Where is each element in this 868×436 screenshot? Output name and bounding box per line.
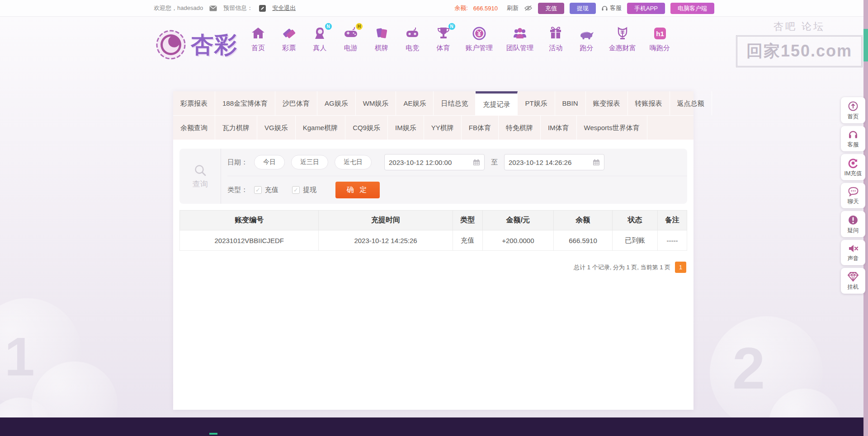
tab-vg[interactable]: VG娱乐 bbox=[257, 116, 296, 140]
trophy-icon: N bbox=[435, 25, 452, 42]
tab-wm[interactable]: WM娱乐 bbox=[356, 91, 396, 115]
nav-item-home[interactable]: 首页 bbox=[250, 25, 267, 52]
main-card: 彩票报表 188金宝博体育 沙巴体育 AG娱乐 WM娱乐 AE娱乐 日结总览 充… bbox=[173, 91, 693, 410]
search-icon bbox=[193, 164, 207, 177]
tab-im-sports[interactable]: IM体育 bbox=[541, 116, 577, 140]
nav-item-board[interactable]: 棋牌 bbox=[373, 25, 390, 52]
refresh-link[interactable]: 刷新 bbox=[507, 4, 519, 12]
page-root: 1 2 杏吧 论坛 回家150.com 欢迎您，hadesado 预留信息： 安… bbox=[0, 0, 868, 436]
quick-7days-button[interactable]: 近七日 bbox=[335, 155, 372, 169]
pc-client-button[interactable]: 电脑客户端 bbox=[670, 3, 714, 14]
tab-yy-qipai[interactable]: YY棋牌 bbox=[424, 116, 462, 140]
pagination: 总计 1 个记录, 分为 1 页, 当前第 1 页 1 bbox=[173, 262, 686, 273]
cell-balance: 666.5910 bbox=[553, 230, 612, 251]
quick-today-button[interactable]: 今日 bbox=[254, 155, 285, 169]
ticket-icon bbox=[280, 25, 297, 42]
tab-im-yule[interactable]: IM娱乐 bbox=[388, 116, 424, 140]
filter-panel: 查询 日期： 今日 近三日 近七日 2023-10-12 12:00:00 至 … bbox=[179, 149, 687, 204]
tab-bbin[interactable]: BBIN bbox=[555, 91, 586, 115]
tab-pt[interactable]: PT娱乐 bbox=[518, 91, 555, 115]
welcome-text: 欢迎您，hadesado bbox=[154, 4, 203, 12]
checkbox-icon: ✓ bbox=[254, 186, 262, 194]
footer bbox=[0, 417, 868, 436]
nav-item-team[interactable]: 团队管理 bbox=[506, 25, 533, 52]
live-dealer-icon: N bbox=[311, 25, 329, 42]
deposit-button[interactable]: 充值 bbox=[538, 3, 564, 14]
tab-fb-sports[interactable]: FB体育 bbox=[462, 116, 499, 140]
tab-zhangbian-baobiao[interactable]: 账变报表 bbox=[586, 91, 628, 115]
date-from-input[interactable]: 2023-10-12 12:00:00 bbox=[384, 154, 485, 170]
deposit-checkbox[interactable]: ✓ 充值 bbox=[254, 186, 278, 194]
tab-wesports[interactable]: Wesports世界体育 bbox=[577, 116, 647, 140]
nav-item-esports[interactable]: 电竞 bbox=[404, 25, 421, 52]
withdraw-checkbox[interactable]: ✓ 提现 bbox=[292, 186, 316, 194]
badge-n: N bbox=[448, 23, 455, 30]
svg-text:h1: h1 bbox=[656, 30, 664, 38]
nav-item-hi-paofen[interactable]: h1 嗨跑分 bbox=[650, 25, 670, 52]
side-item-sound[interactable]: 声音 bbox=[841, 240, 865, 265]
tab-shaba-sports[interactable]: 沙巴体育 bbox=[275, 91, 317, 115]
tab-zhuanzhang-baobiao[interactable]: 转账报表 bbox=[628, 91, 670, 115]
records-table: 账变编号 充提时间 类型 金额/元 余额 状态 备注 20231012VBBII… bbox=[179, 210, 687, 251]
tab-temian-qipai[interactable]: 特免棋牌 bbox=[499, 116, 541, 140]
logout-link[interactable]: 安全退出 bbox=[272, 4, 296, 12]
side-item-idle[interactable]: 挂机 bbox=[841, 268, 865, 294]
coin-icon bbox=[471, 25, 488, 42]
edit-pencil-icon[interactable] bbox=[259, 5, 266, 12]
side-item-home[interactable]: 首页 bbox=[841, 97, 865, 123]
watermark-title: 杏吧 论坛 bbox=[736, 20, 863, 33]
tab-chongti-jilu-active[interactable]: 充提记录 bbox=[476, 91, 518, 115]
decor-number: 2 bbox=[732, 334, 765, 402]
message-icon[interactable] bbox=[209, 5, 217, 11]
gem-icon bbox=[847, 272, 859, 282]
withdraw-button[interactable]: 提现 bbox=[570, 3, 596, 14]
watermark-url: 回家150.com bbox=[736, 35, 863, 67]
main-nav: 首页 彩票 N 真人 bbox=[250, 25, 670, 52]
col-change-id: 账变编号 bbox=[180, 211, 319, 230]
date-from-value: 2023-10-12 12:00:00 bbox=[389, 159, 452, 166]
sound-muted-icon bbox=[848, 244, 859, 253]
wealth-emblem-icon bbox=[614, 25, 631, 42]
chat-bubble-icon bbox=[848, 187, 859, 197]
quick-3days-button[interactable]: 近三日 bbox=[291, 155, 328, 169]
eye-slash-icon[interactable] bbox=[524, 5, 533, 11]
col-type: 类型 bbox=[453, 211, 482, 230]
date-to-input[interactable]: 2023-10-12 14:26:26 bbox=[504, 154, 604, 170]
nav-item-sports[interactable]: N 体育 bbox=[435, 25, 452, 52]
nav-item-lottery[interactable]: 彩票 bbox=[280, 25, 297, 52]
nav-item-egame[interactable]: H 电游 bbox=[342, 25, 359, 52]
tab-188-sports[interactable]: 188金宝博体育 bbox=[215, 91, 275, 115]
tab-cq9[interactable]: CQ9娱乐 bbox=[345, 116, 388, 140]
nav-item-live[interactable]: N 真人 bbox=[311, 25, 329, 52]
brand-name: 杏彩 bbox=[191, 30, 238, 60]
date-to-value: 2023-10-12 14:26:26 bbox=[509, 159, 571, 166]
page-1-button[interactable]: 1 bbox=[675, 262, 686, 273]
balance-value: 666.5910 bbox=[473, 5, 498, 12]
decor-number: 1 bbox=[5, 325, 35, 388]
col-amount: 金额/元 bbox=[482, 211, 553, 230]
nav-item-wealth[interactable]: 金惠财富 bbox=[609, 25, 636, 52]
mobile-app-button[interactable]: 手机APP bbox=[627, 3, 665, 14]
brand-logo[interactable]: 杏彩 bbox=[155, 28, 238, 61]
tab-kgame[interactable]: Kgame棋牌 bbox=[296, 116, 346, 140]
tab-rijie-zonglan[interactable]: 日结总览 bbox=[434, 91, 476, 115]
esports-gamepad-icon bbox=[404, 25, 421, 42]
tab-yue-chaxun[interactable]: 余额查询 bbox=[173, 116, 215, 140]
arrow-up-circle-icon bbox=[848, 101, 859, 112]
side-item-service[interactable]: 客服 bbox=[841, 126, 865, 151]
date-label: 日期： bbox=[227, 158, 248, 167]
tab-caipiao-baobiao[interactable]: 彩票报表 bbox=[173, 91, 215, 115]
nav-item-paofen[interactable]: 跑分 bbox=[578, 25, 595, 52]
side-item-chat[interactable]: 聊天 bbox=[841, 183, 865, 208]
tab-wali-qipai[interactable]: 瓦力棋牌 bbox=[215, 116, 257, 140]
side-item-question[interactable]: 疑问 bbox=[841, 211, 865, 237]
tab-ag[interactable]: AG娱乐 bbox=[317, 91, 356, 115]
side-item-im-recharge[interactable]: IM充值 bbox=[841, 154, 865, 180]
nav-item-account[interactable]: 账户管理 bbox=[466, 25, 493, 52]
service-link[interactable]: 客服 bbox=[601, 4, 622, 12]
tab-fandian-zonge[interactable]: 返点总额 bbox=[670, 91, 712, 115]
tab-ae[interactable]: AE娱乐 bbox=[396, 91, 434, 115]
nav-item-promo[interactable]: 活动 bbox=[547, 25, 564, 52]
confirm-button[interactable]: 确 定 bbox=[335, 182, 380, 198]
scrollbar-thumb[interactable] bbox=[863, 29, 868, 61]
